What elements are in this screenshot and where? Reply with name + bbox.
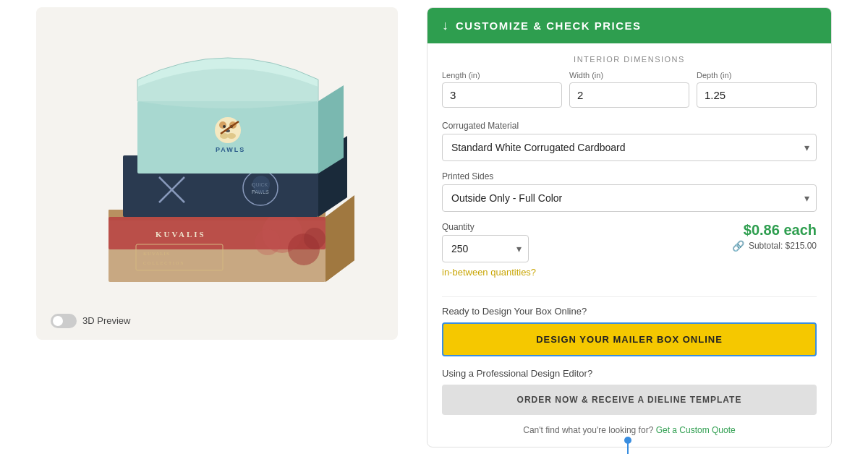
separator-1 (442, 296, 817, 297)
quantity-side: Quantity 100 250 500 1000 2500 ▾ (442, 222, 732, 262)
svg-text:PAWLS: PAWLS (216, 146, 245, 153)
header-arrow-icon: ↓ (442, 18, 448, 33)
printed-sides-label: Printed Sides (442, 171, 817, 181)
printed-sides-select-wrapper: Outside Only - Full Color Inside & Outsi… (442, 184, 817, 212)
subtotal-row: 🔗 Subtotal: $215.00 (732, 240, 817, 252)
length-field: Length (in) (442, 71, 562, 108)
subtotal-text: Subtotal: $215.00 (749, 241, 817, 251)
dimensions-row: Length (in) Width (in) Depth (in) (442, 71, 817, 108)
svg-point-29 (223, 125, 226, 128)
corrugated-material-select-wrapper: Standard White Corrugated Cardboard Kraf… (442, 134, 817, 161)
design-online-button[interactable]: DESIGN YOUR MAILER BOX ONLINE (442, 322, 817, 356)
panel-header-title: CUSTOMIZE & CHECK PRICES (456, 20, 642, 32)
panel-header: ↓ CUSTOMIZE & CHECK PRICES (427, 8, 831, 43)
svg-text:KUVALIS: KUVALIS (156, 230, 206, 239)
depth-input[interactable] (697, 82, 817, 108)
preview-label: 3D Preview (82, 315, 130, 326)
svg-point-5 (255, 229, 281, 255)
width-input[interactable] (569, 82, 689, 108)
svg-point-27 (219, 121, 226, 129)
3d-preview-toggle[interactable] (51, 314, 77, 328)
ready-label: Ready to Design Your Box Online? (442, 306, 817, 317)
svg-text:COLLECTION: COLLECTION (143, 261, 185, 265)
dieline-button[interactable]: ORDER NOW & RECEIVE A DIELINE TEMPLATE (442, 385, 817, 415)
depth-label: Depth (in) (697, 71, 817, 80)
printed-sides-group: Printed Sides Outside Only - Full Color … (442, 171, 817, 212)
professional-label: Using a Professional Design Editor? (442, 368, 817, 379)
custom-quote-area: Can't find what you're looking for? Get … (442, 425, 817, 435)
length-input[interactable] (442, 82, 562, 108)
corrugated-material-group: Corrugated Material Standard White Corru… (442, 121, 817, 161)
price-each: $0.86 each (732, 222, 817, 239)
custom-quote-link[interactable]: Get a Custom Quote (656, 425, 736, 435)
depth-field: Depth (in) (697, 71, 817, 108)
width-field: Width (in) (569, 71, 689, 108)
svg-point-11 (304, 228, 326, 249)
quantity-select-wrapper: 100 250 500 1000 2500 ▾ (442, 235, 529, 262)
in-between-link[interactable]: in-between quantities? (442, 267, 536, 278)
width-label: Width (in) (569, 71, 689, 80)
cant-find-text: Can't find what you're looking for? (523, 425, 653, 435)
top-box: PAWLS (137, 58, 344, 174)
customize-panel: ↓ CUSTOMIZE & CHECK PRICES INTERIOR DIME… (427, 7, 832, 447)
svg-text:KUVALIS: KUVALIS (143, 251, 170, 257)
quantity-select[interactable]: 100 250 500 1000 2500 (442, 235, 529, 262)
preview-toggle: 3D Preview (51, 314, 130, 328)
box-illustration: KUVALIS KUVALIS COLLECTION (80, 43, 354, 304)
product-image-area: KUVALIS KUVALIS COLLECTION (36, 7, 398, 340)
dimensions-section-label: INTERIOR DIMENSIONS (442, 55, 817, 64)
corrugated-material-select[interactable]: Standard White Corrugated Cardboard Kraf… (442, 134, 817, 161)
annotation-dot (624, 437, 631, 444)
box-stack: KUVALIS KUVALIS COLLECTION (80, 43, 354, 304)
svg-point-20 (252, 176, 270, 193)
corrugated-material-label: Corrugated Material (442, 121, 817, 131)
link-icon: 🔗 (732, 240, 744, 252)
price-side: $0.86 each 🔗 Subtotal: $215.00 (732, 222, 817, 252)
length-label: Length (in) (442, 71, 562, 80)
quantity-label: Quantity (442, 222, 732, 232)
quantity-price-row: Quantity 100 250 500 1000 2500 ▾ $0.86 e… (442, 222, 817, 262)
printed-sides-select[interactable]: Outside Only - Full Color Inside & Outsi… (442, 184, 817, 212)
svg-point-26 (227, 133, 236, 139)
